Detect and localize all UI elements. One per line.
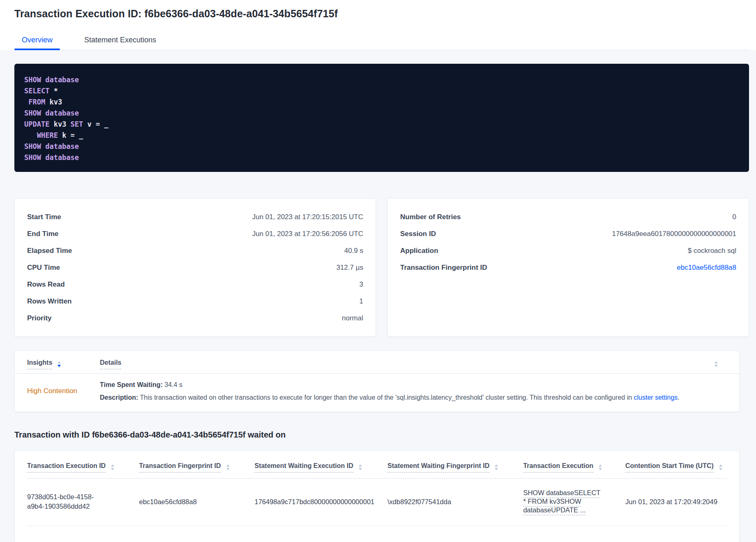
row-label: Priority: [27, 314, 52, 322]
cell-contention-start-time: Jun 01, 2023 at 17:20:49:2049: [625, 497, 727, 507]
row-value: Jun 01, 2023 at 17:20:15:2015 UTC: [252, 213, 363, 221]
cell-statement-waiting-execution-id: 176498a9c717bdc80000000000000001: [254, 497, 387, 507]
waited-on-table-header: Transaction Execution ID Transaction Fin…: [27, 457, 727, 478]
row-value: 0: [733, 213, 736, 221]
insights-sort-header[interactable]: Insights: [27, 359, 52, 369]
row-value: 1: [360, 297, 363, 306]
insights-card: Insights Details High Contention Time Sp…: [14, 350, 740, 412]
column-sort-label[interactable]: Statement Waiting Fingerprint ID: [387, 462, 489, 473]
transaction-fingerprint-link[interactable]: ebc10ae56cfd88a8: [677, 264, 736, 272]
sort-arrows-icon[interactable]: [495, 464, 498, 470]
table-row: 9738d051-bc0e-4158-a9b4-1903586ddd42 ebc…: [27, 478, 727, 526]
row-value: $ cockroach sql: [688, 247, 736, 255]
row-value: 312.7 µs: [336, 264, 363, 272]
row-label: Start Time: [27, 213, 61, 221]
column-header-statement-waiting-execution-id: Statement Waiting Execution ID: [254, 462, 387, 473]
summary-cards-row: Start Time Jun 01, 2023 at 17:20:15:2015…: [14, 198, 749, 337]
sort-arrows-icon[interactable]: [111, 464, 114, 470]
column-sort-label[interactable]: Statement Waiting Execution ID: [254, 462, 353, 473]
tab-overview[interactable]: Overview: [14, 32, 60, 50]
column-header-statement-waiting-fingerprint-id: Statement Waiting Fingerprint ID: [387, 462, 523, 473]
row-label: Session ID: [400, 230, 436, 238]
row-label: Elapsed Time: [27, 247, 72, 255]
cluster-settings-link[interactable]: cluster settings: [634, 394, 678, 401]
description-text: This transaction waited on other transac…: [138, 394, 634, 401]
transaction-execution-statement-link[interactable]: SHOW databaseSELECT * FROM kv3SHOW datab…: [523, 489, 603, 514]
row-label: Application: [400, 247, 438, 255]
cell-transaction-execution: SHOW databaseSELECT * FROM kv3SHOW datab…: [523, 489, 625, 515]
column-header-transaction-execution: Transaction Execution: [523, 462, 625, 473]
waited-on-heading: Transaction with ID f6be6366-da03-48de-a…: [14, 430, 740, 440]
sql-line: SHOW database: [24, 108, 739, 119]
execution-summary-card: Start Time Jun 01, 2023 at 17:20:15:2015…: [14, 198, 376, 337]
summary-row-rows-written: Rows Written 1: [27, 293, 363, 310]
page-title: Transaction Execution ID: f6be6366-da03-…: [14, 0, 749, 20]
tab-statement-executions[interactable]: Statement Executions: [77, 32, 164, 50]
column-header-contention-start-time: Contention Start Time (UTC): [625, 462, 727, 473]
row-value: normal: [342, 314, 363, 322]
column-sort-label[interactable]: Contention Start Time (UTC): [625, 462, 714, 473]
row-label: End Time: [27, 230, 58, 238]
page-header: Transaction Execution ID: f6be6366-da03-…: [0, 0, 756, 50]
column-sort-label[interactable]: Transaction Execution ID: [27, 462, 106, 473]
row-label: Number of Retries: [400, 213, 461, 221]
row-label: CPU Time: [27, 264, 60, 272]
description-suffix: .: [678, 394, 679, 401]
summary-row-elapsed-time: Elapsed Time 40.9 s: [27, 242, 363, 259]
sql-line: SHOW database: [24, 152, 739, 163]
summary-row-transaction-fingerprint-id: Transaction Fingerprint ID ebc10ae56cfd8…: [400, 259, 736, 276]
sort-arrows-icon[interactable]: [719, 464, 722, 470]
sql-line: SHOW database: [24, 141, 739, 152]
time-spent-waiting-line: Time Spent Waiting: 34.4 s: [100, 380, 727, 389]
insight-details-cell: Time Spent Waiting: 34.4 s Description: …: [100, 380, 727, 402]
description-label: Description:: [100, 394, 138, 401]
summary-row-priority: Priority normal: [27, 310, 363, 327]
sort-arrows-icon[interactable]: [359, 464, 362, 470]
sql-line: WHERE k = _: [24, 130, 739, 141]
summary-row-application: Application $ cockroach sql: [400, 242, 736, 259]
summary-row-retries: Number of Retries 0: [400, 208, 736, 225]
column-sort-label[interactable]: Transaction Fingerprint ID: [139, 462, 221, 473]
table-sort-control: [715, 361, 727, 367]
sql-line: UPDATE kv3 SET v = _: [24, 119, 739, 130]
sql-line: SHOW database: [24, 74, 739, 86]
row-value: 17648a9eea6017800000000000000001: [612, 230, 736, 238]
summary-row-start-time: Start Time Jun 01, 2023 at 17:20:15:2015…: [27, 208, 363, 225]
sql-line: SELECT *: [24, 86, 739, 97]
column-header-transaction-fingerprint-id: Transaction Fingerprint ID: [139, 462, 254, 473]
row-label: Transaction Fingerprint ID: [400, 264, 487, 272]
waited-on-table-card: Transaction Execution ID Transaction Fin…: [14, 450, 740, 542]
session-summary-card: Number of Retries 0 Session ID 17648a9ee…: [387, 198, 749, 337]
row-value: 3: [360, 280, 363, 289]
summary-row-rows-read: Rows Read 3: [27, 276, 363, 293]
time-spent-waiting-label: Time Spent Waiting:: [100, 381, 163, 388]
description-line: Description: This transaction waited on …: [100, 393, 727, 402]
column-sort-label[interactable]: Transaction Execution: [523, 462, 593, 473]
row-label: Rows Written: [27, 297, 71, 306]
insights-table-header: Insights Details: [15, 351, 739, 373]
sort-arrows-icon[interactable]: [715, 361, 718, 367]
summary-row-session-id: Session ID 17648a9eea6017800000000000000…: [400, 225, 736, 242]
cell-transaction-execution-id: 9738d051-bc0e-4158-a9b4-1903586ddd42: [27, 492, 115, 511]
summary-row-end-time: End Time Jun 01, 2023 at 17:20:56:2056 U…: [27, 225, 363, 242]
insight-type-badge: High Contention: [27, 387, 100, 395]
sort-arrows-icon[interactable]: [226, 464, 230, 470]
sql-statements-box: SHOW databaseSELECT * FROM kv3SHOW datab…: [14, 64, 749, 172]
tabbar: Overview Statement Executions: [14, 32, 749, 50]
insights-column-header: Insights: [27, 359, 100, 369]
summary-row-cpu-time: CPU Time 312.7 µs: [27, 259, 363, 276]
row-label: Rows Read: [27, 280, 65, 289]
insight-row: High Contention Time Spent Waiting: 34.4…: [15, 373, 739, 412]
row-value: Jun 01, 2023 at 17:20:56:2056 UTC: [252, 230, 363, 238]
cell-transaction-fingerprint-id: ebc10ae56cfd88a8: [139, 497, 254, 507]
details-sort-header[interactable]: Details: [100, 359, 121, 369]
sort-arrows-icon[interactable]: [58, 361, 61, 367]
time-spent-waiting-value: 34.4 s: [163, 381, 182, 388]
row-value: 40.9 s: [344, 247, 363, 255]
details-column-header: Details: [100, 359, 715, 369]
sort-arrows-icon[interactable]: [599, 464, 602, 470]
sql-line: FROM kv3: [24, 97, 739, 108]
column-header-transaction-execution-id: Transaction Execution ID: [27, 462, 139, 473]
cell-statement-waiting-fingerprint-id: \xdb8922f077541dda: [387, 497, 523, 507]
